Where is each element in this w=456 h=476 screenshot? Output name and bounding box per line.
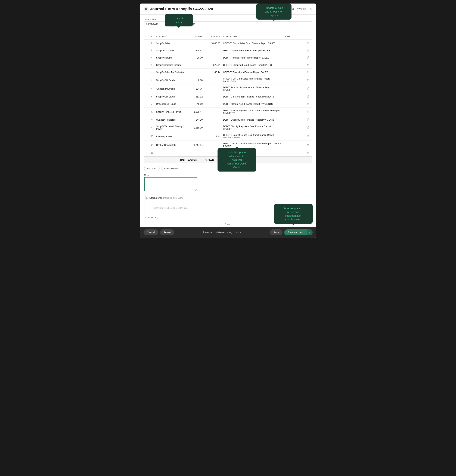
description-cell[interactable]: DEBIT: Cost of Goods Sold from Finance R… [222,141,284,149]
account-cell[interactable]: Shopify Gift Cards [155,93,187,100]
description-cell[interactable] [222,149,284,157]
name-cell[interactable] [284,149,305,157]
name-cell[interactable] [284,141,305,149]
journal-no-input[interactable] [173,21,312,27]
account-cell[interactable]: Shopify Discounts [155,47,187,54]
account-cell[interactable]: Cost of Goods Sold [155,141,187,149]
description-cell[interactable]: DEBIT: Manual from Finance Report PAYMEN… [222,100,284,108]
description-cell[interactable]: DEBIT: Discount From Finance Report SALE… [222,47,284,54]
drag-handle[interactable]: ⠿ [144,108,149,116]
drag-handle[interactable]: ⠿ [144,61,149,68]
name-cell[interactable] [284,54,305,61]
name-cell[interactable] [284,100,305,108]
credits-cell[interactable] [204,93,222,100]
delete-row-button[interactable]: 🗑 [306,41,311,45]
delete-row-button[interactable]: 🗑 [306,95,311,99]
delete-row-button[interactable]: 🗑 [306,126,311,130]
name-cell[interactable] [284,61,305,68]
save-and-new-chevron[interactable]: ▾ [307,229,313,235]
name-cell[interactable] [284,132,305,141]
debits-cell[interactable]: 1,138.47 [187,108,204,116]
name-cell[interactable] [284,40,305,47]
drag-handle[interactable]: ⠿ [144,85,149,93]
close-button[interactable]: ✕ [309,6,313,12]
credits-cell[interactable] [204,141,222,149]
description-cell[interactable]: DEBIT: Paypal Payments Standard from Fin… [222,108,284,116]
delete-row-button[interactable]: 🗑 [306,110,311,114]
account-cell[interactable]: Shopify Tendered Shopify Paym [155,123,187,132]
description-cell[interactable]: DEBIT: Shopify Payments from Finance Rep… [222,123,284,132]
account-cell[interactable] [155,149,187,157]
drag-handle[interactable]: ⠿ [144,54,149,61]
credits-cell[interactable]: 370.04 [204,61,222,68]
drag-handle[interactable]: ⠿ [144,76,149,85]
delete-row-button[interactable]: 🗑 [306,102,311,106]
description-cell[interactable]: CREDIT: Shipping From Finance Report SAL… [222,61,284,68]
description-cell[interactable]: CREDIT: Cost of Goods Sold from Finance … [222,132,284,141]
credits-cell[interactable]: 148.44 [204,68,222,76]
delete-row-button[interactable]: 🗑 [306,143,311,147]
description-cell[interactable]: CREDIT: Gross Sales From Finance Report … [222,40,284,47]
delete-row-button[interactable]: 🗑 [306,63,311,67]
description-cell[interactable]: CREDIT: Taxes from Finance Report SALES [222,68,284,76]
drag-handle[interactable]: ⠿ [144,68,149,76]
drag-handle[interactable]: ⠿ [144,93,149,100]
credits-cell[interactable] [204,54,222,61]
drag-handle[interactable]: ⠿ [144,100,149,108]
account-cell[interactable]: Amazon Payments [155,85,187,93]
save-button[interactable]: Save [270,229,282,235]
account-cell[interactable]: Quadpay Tendered [155,116,187,123]
name-cell[interactable] [284,116,305,123]
debits-cell[interactable]: 144.10 [187,116,204,123]
account-cell[interactable]: Shopify Shipping Income [155,61,187,68]
debits-cell[interactable]: 0.00 [187,76,204,85]
delete-row-button[interactable]: 🗑 [306,70,311,74]
debits-cell[interactable]: 313.92 [187,93,204,100]
drag-handle[interactable]: ⠿ [144,141,149,149]
name-cell[interactable] [284,47,305,54]
debits-cell[interactable]: 40.00 [187,100,204,108]
drag-handle[interactable]: ⠿ [144,40,149,47]
settings-button[interactable]: ⚙ [291,6,295,12]
debits-cell[interactable] [187,68,204,76]
delete-row-button[interactable]: 🗑 [306,134,311,138]
name-cell[interactable] [284,123,305,132]
credits-cell[interactable] [204,108,222,116]
show-existing-link[interactable]: Show existing [144,216,312,219]
account-cell[interactable]: Shopify Returns [155,54,187,61]
memo-textarea[interactable] [144,177,197,191]
credits-cell[interactable] [204,47,222,54]
account-cell[interactable]: Inventory Asset [155,132,187,141]
name-cell[interactable] [284,108,305,116]
debits-cell[interactable]: 194.76 [187,85,204,93]
drag-handle[interactable]: ⠿ [144,132,149,141]
debits-cell[interactable] [187,40,204,47]
debits-cell[interactable] [187,61,204,68]
credits-cell[interactable]: 5,046.83 [204,40,222,47]
debits-cell[interactable]: 855.67 [187,47,204,54]
account-cell[interactable]: Shopify Sales Tax Collected [155,68,187,76]
account-cell[interactable]: Shopify Tendered Paypal [155,108,187,116]
credits-cell[interactable] [204,123,222,132]
description-cell[interactable]: DEBIT: Gift Card from Finance Report PAY… [222,93,284,100]
make-recurring-button[interactable]: Make recurring [216,231,232,234]
help-button[interactable]: ? ? Help [297,8,306,10]
drag-handle[interactable]: ⠿ [144,149,149,157]
revert-button[interactable]: Revert [160,229,174,235]
clear-all-lines-button[interactable]: Clear all lines [161,166,181,171]
save-and-new-button[interactable]: Save and new [284,229,307,235]
delete-row-button[interactable]: 🗑 [306,87,311,91]
account-cell[interactable]: Shopify Gift Cards [155,76,187,85]
name-cell[interactable] [284,76,305,85]
journal-date-input[interactable] [144,21,169,27]
credits-cell[interactable] [204,100,222,108]
name-cell[interactable] [284,93,305,100]
debits-cell[interactable]: 1,217.84 [187,141,204,149]
debits-cell[interactable]: 20.00 [187,54,204,61]
drag-handle[interactable]: ⠿ [144,123,149,132]
debits-cell[interactable]: 2,858.39 [187,123,204,132]
delete-row-button[interactable]: 🗑 [306,78,311,82]
file-dropzone[interactable]: Drag/Drop files here or click the icon [144,201,197,215]
account-cell[interactable]: Undeposited Funds [155,100,187,108]
debits-cell[interactable] [187,149,204,157]
